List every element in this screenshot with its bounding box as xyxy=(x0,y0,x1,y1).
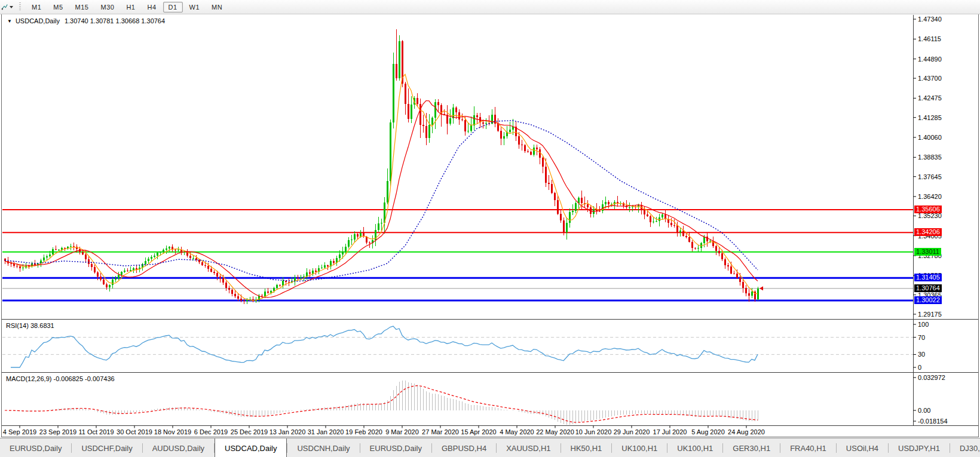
chart-tab-fra40-h1[interactable]: FRA40,H1 xyxy=(780,438,836,457)
date-tick-label: 6 Dec 2019 xyxy=(194,428,228,435)
chart-cursor-icon[interactable] xyxy=(1,2,13,12)
toolbar-grip[interactable] xyxy=(19,2,21,11)
svg-text:1.36420: 1.36420 xyxy=(918,193,942,200)
svg-text:1.46115: 1.46115 xyxy=(918,35,941,42)
timeframe-button-m5[interactable]: M5 xyxy=(48,2,68,13)
price-level-tag: 1.34206 xyxy=(914,228,942,236)
chart-tab-eurusd-daily[interactable]: EURUSD,Daily xyxy=(0,438,71,457)
date-tick-label: 9 Mar 2020 xyxy=(385,428,419,435)
date-tick-label: 13 Jan 2020 xyxy=(270,428,306,435)
price-level-tag: 1.33011 xyxy=(914,248,941,256)
chart-tab-usdcnh-daily[interactable]: USDCNH,Daily xyxy=(287,438,359,457)
timeframe-button-m15[interactable]: M15 xyxy=(70,2,94,13)
date-tick-label: 17 Jul 2020 xyxy=(653,428,687,435)
timeframe-button-h4[interactable]: H4 xyxy=(142,2,161,13)
chart-tab-uk100-h1[interactable]: UK100,H1 xyxy=(667,438,722,457)
chevron-down-icon xyxy=(10,6,13,8)
mt4-window: 1.473401.461151.448901.437001.424751.412… xyxy=(0,0,980,457)
chart-tab-bar: EURUSD,DailyUSDCHF,DailyAUDUSD,DailyUSDC… xyxy=(0,438,980,457)
svg-text:0.00: 0.00 xyxy=(918,407,930,414)
date-tick-label: 25 Dec 2019 xyxy=(231,428,268,435)
timeframe-button-d1[interactable]: D1 xyxy=(163,2,183,13)
timeframe-button-group: M1M5M15M30H1H4D1W1MN xyxy=(26,2,228,13)
chart-symbol-period: USDCAD,Daily xyxy=(16,17,60,24)
svg-text:1.43700: 1.43700 xyxy=(918,75,942,82)
chart-tab-hk50-h1[interactable]: HK50,H1 xyxy=(561,438,612,457)
chart-tab-dj30-daily[interactable]: DJ30,Daily xyxy=(950,438,980,457)
chart-tab-ger30-h1[interactable]: GER30,H1 xyxy=(723,438,780,457)
svg-text:70: 70 xyxy=(918,334,925,341)
chart-canvas[interactable]: 1.473401.461151.448901.437001.424751.412… xyxy=(0,0,980,457)
timeframe-button-h1[interactable]: H1 xyxy=(121,2,140,13)
chart-tab-audusd-daily[interactable]: AUDUSD,Daily xyxy=(143,438,214,457)
timeframe-button-m30[interactable]: M30 xyxy=(95,2,120,13)
svg-text:1.29175: 1.29175 xyxy=(918,311,942,318)
date-tick-label: 22 May 2020 xyxy=(536,428,574,435)
price-level-tag: 1.35606 xyxy=(914,206,942,213)
svg-text:0.032972: 0.032972 xyxy=(918,374,945,381)
chart-tab-eurusd-daily[interactable]: EURUSD,Daily xyxy=(360,438,431,457)
window-menu-icon[interactable]: ▼ xyxy=(7,19,12,24)
timeframe-button-m1[interactable]: M1 xyxy=(26,2,47,13)
price-level-tag: 1.31405 xyxy=(914,274,942,281)
date-tick-label: 15 Apr 2020 xyxy=(461,428,496,435)
svg-text:0: 0 xyxy=(918,364,921,371)
date-tick-label: 4 Sep 2019 xyxy=(3,428,36,435)
date-tick-label: 11 Oct 2019 xyxy=(78,428,114,435)
chart-tab-usoil-h4[interactable]: USOil,H4 xyxy=(837,438,888,457)
chart-tab-uk100-h1[interactable]: UK100,H1 xyxy=(612,438,667,457)
svg-text:1.44890: 1.44890 xyxy=(918,56,942,63)
svg-text:1.42475: 1.42475 xyxy=(918,94,942,102)
chart-tab-usdchf-daily[interactable]: USDCHF,Daily xyxy=(72,438,142,457)
toolbar: M1M5M15M30H1H4D1W1MN xyxy=(0,0,980,14)
chart-ohlc-values: 1.30740 1.30781 1.30668 1.30764 xyxy=(65,17,165,24)
chart-tab-gbpusd-h4[interactable]: GBPUSD,H4 xyxy=(432,438,496,457)
chart-title: ▼USDCAD,Daily1.30740 1.30781 1.30668 1.3… xyxy=(7,17,165,24)
timeframe-button-w1[interactable]: W1 xyxy=(184,2,206,13)
svg-text:1.40060: 1.40060 xyxy=(918,134,942,141)
svg-text:100: 100 xyxy=(918,321,929,328)
svg-text:-0.018154: -0.018154 xyxy=(918,418,948,425)
price-level-tag: 1.30022 xyxy=(914,296,942,304)
date-tick-label: 19 Feb 2020 xyxy=(345,428,382,435)
date-tick-label: 27 Mar 2020 xyxy=(422,428,459,435)
svg-text:1.37645: 1.37645 xyxy=(918,173,942,180)
svg-text:1.47340: 1.47340 xyxy=(918,16,942,23)
chart-tab-usdjpy-h1[interactable]: USDJPY,H1 xyxy=(889,438,950,457)
date-tick-label: 5 Aug 2020 xyxy=(691,428,725,435)
date-tick-label: 24 Aug 2020 xyxy=(728,428,765,435)
rsi-label: RSI(14) 38.6831 xyxy=(6,322,54,329)
macd-values: -0.006825 -0.007436 xyxy=(53,375,114,382)
current-price-tag: 1.30764 xyxy=(914,284,942,292)
date-tick-label: 18 Nov 2019 xyxy=(154,428,191,435)
svg-text:1.41285: 1.41285 xyxy=(918,114,942,121)
svg-text:30: 30 xyxy=(918,351,925,358)
date-tick-label: 10 Jun 2020 xyxy=(575,428,612,435)
date-tick-label: 29 Jun 2020 xyxy=(614,428,650,435)
svg-text:1.38835: 1.38835 xyxy=(918,154,942,161)
svg-text:1.35230: 1.35230 xyxy=(918,212,942,219)
date-tick-label: 30 Oct 2019 xyxy=(117,428,152,435)
date-tick-label: 23 Sep 2019 xyxy=(39,428,76,435)
timeframe-button-mn[interactable]: MN xyxy=(206,2,228,13)
chart-tab-usdcad-daily[interactable]: USDCAD,Daily xyxy=(215,438,287,457)
chart-tab-xauusd-h1[interactable]: XAUUSD,H1 xyxy=(497,438,560,457)
rsi-value: 38.6831 xyxy=(30,322,54,329)
date-tick-label: 31 Jan 2020 xyxy=(308,428,344,435)
date-tick-label: 4 May 2020 xyxy=(500,428,534,435)
macd-label: MACD(12,26,9) -0.006825 -0.007436 xyxy=(6,375,115,382)
